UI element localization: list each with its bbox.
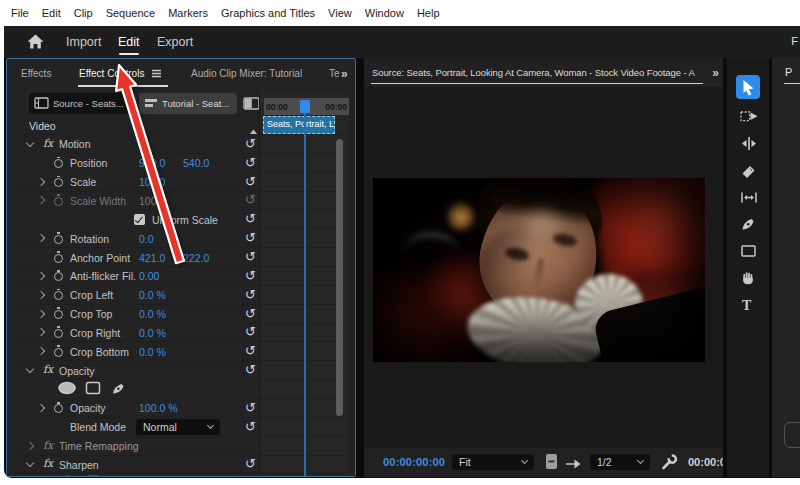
playhead-line[interactable] — [304, 113, 306, 477]
disclosure-chevron[interactable] — [37, 272, 45, 280]
panel-tab-effects[interactable]: Effects — [21, 68, 51, 79]
reset-icon[interactable]: ↺ — [245, 192, 256, 207]
disclosure-chevron[interactable] — [37, 347, 45, 355]
header-tab-edit[interactable]: Edit — [118, 26, 140, 58]
tool-type[interactable]: T — [740, 297, 758, 315]
disclosure-chevron[interactable] — [37, 290, 45, 298]
stopwatch-icon[interactable] — [54, 272, 63, 281]
stopwatch-icon[interactable] — [54, 291, 63, 300]
disclosure-chevron[interactable] — [37, 328, 45, 336]
menu-sequence[interactable]: Sequence — [106, 7, 156, 19]
reset-icon[interactable]: ↺ — [245, 268, 256, 283]
reset-icon[interactable]: ↺ — [245, 155, 256, 170]
zoom-level-select[interactable]: Fit — [452, 454, 534, 470]
property-value[interactable]: 0.0 % — [139, 308, 166, 320]
fx-badge[interactable]: fx — [43, 439, 53, 452]
reset-icon[interactable]: ↺ — [245, 400, 256, 415]
property-value[interactable]: 0.0 % — [139, 289, 166, 301]
menu-help[interactable]: Help — [417, 7, 440, 19]
uniform-scale-checkbox[interactable] — [134, 214, 145, 225]
pen-mask-icon[interactable] — [111, 381, 126, 399]
tool-pen[interactable] — [740, 216, 758, 234]
property-value[interactable]: 0.0 — [139, 233, 154, 245]
reset-icon[interactable]: ↺ — [245, 211, 256, 226]
effect-name[interactable]: Opacity — [59, 365, 95, 377]
stopwatch-icon[interactable] — [54, 235, 63, 244]
panel-tab-audio-clip-mixer-tutorial[interactable]: Audio Clip Mixer: Tutorial — [191, 68, 302, 79]
header-tab-export[interactable]: Export — [157, 26, 193, 58]
property-value[interactable]: 0.00 — [139, 270, 159, 282]
disclosure-chevron[interactable] — [37, 404, 45, 412]
stopwatch-icon[interactable] — [54, 310, 63, 319]
menu-window[interactable]: Window — [365, 7, 404, 19]
reset-icon[interactable]: ↺ — [245, 306, 256, 321]
stopwatch-icon[interactable] — [54, 178, 63, 187]
property-value[interactable]: 100.0 — [139, 195, 165, 207]
reset-icon[interactable]: ↺ — [245, 287, 256, 302]
disclosure-chevron[interactable] — [26, 365, 34, 373]
disclosure-chevron[interactable] — [26, 139, 34, 147]
ellipse-mask-icon[interactable] — [57, 475, 77, 477]
button-editor-icon[interactable] — [545, 453, 558, 474]
tool-track-select-forward[interactable] — [740, 108, 758, 126]
tool-ripple-edit[interactable] — [740, 135, 758, 153]
menu-file[interactable]: File — [11, 7, 29, 19]
split-view-icon[interactable] — [243, 96, 260, 114]
stopwatch-icon[interactable] — [54, 404, 63, 413]
menu-markers[interactable]: Markers — [168, 7, 208, 19]
panel-menu-icon[interactable] — [151, 69, 162, 80]
effect-name[interactable]: Sharpen — [59, 459, 99, 471]
rect-mask-icon[interactable] — [85, 381, 101, 399]
playback-resolution-select[interactable]: 1/2 — [590, 454, 650, 470]
stopwatch-icon[interactable] — [54, 329, 63, 338]
property-value[interactable]: 540.0 — [183, 157, 209, 169]
tool-slip[interactable] — [740, 189, 758, 207]
sequence-clip-tab[interactable]: Tutorial - Seat... — [139, 93, 237, 114]
panel-scrollbar[interactable] — [336, 139, 343, 416]
disclosure-chevron[interactable] — [37, 177, 45, 185]
mini-timeline-ruler[interactable]: 00:00 00:00 — [264, 98, 349, 115]
effect-name[interactable]: Time Remapping — [59, 440, 139, 452]
panel-tab-te[interactable]: Te — [329, 68, 340, 79]
panel-overflow-chevrons[interactable]: » — [712, 66, 719, 80]
settings-wrench-icon[interactable] — [660, 453, 678, 475]
home-icon[interactable] — [26, 33, 45, 54]
reset-icon[interactable]: ↺ — [245, 362, 256, 377]
fx-badge[interactable]: fx — [43, 137, 53, 150]
property-value[interactable]: 960.0 — [139, 157, 165, 169]
disclosure-chevron[interactable] — [37, 309, 45, 317]
property-value[interactable]: 0.0 % — [139, 346, 166, 358]
tool-selection[interactable] — [736, 75, 760, 99]
reset-icon[interactable]: ↺ — [245, 456, 256, 471]
header-tab-import[interactable]: Import — [66, 26, 101, 58]
rect-mask-icon[interactable] — [85, 475, 101, 477]
panel-tab-effect-controls[interactable]: Effect Controls — [79, 68, 162, 80]
property-value[interactable]: 100.0 % — [139, 402, 178, 414]
reset-icon[interactable]: ↺ — [245, 174, 256, 189]
ellipse-mask-icon[interactable] — [57, 381, 77, 399]
program-monitor-tab[interactable]: P — [785, 66, 792, 78]
tool-hand[interactable] — [740, 270, 758, 288]
timeline-clip-bar[interactable]: Seats, Portrait, L — [263, 116, 335, 134]
tool-razor[interactable] — [740, 162, 758, 180]
panel-overflow-chevrons[interactable]: » — [341, 67, 348, 81]
reset-icon[interactable]: ↺ — [245, 136, 256, 151]
reset-icon[interactable]: ↺ — [245, 419, 256, 434]
menu-view[interactable]: View — [328, 7, 352, 19]
menu-edit[interactable]: Edit — [42, 7, 61, 19]
property-value[interactable]: 0.0 % — [139, 327, 166, 339]
pen-mask-icon[interactable] — [111, 475, 126, 477]
property-value[interactable]: 100.0 — [139, 176, 165, 188]
stopwatch-icon[interactable] — [54, 197, 63, 206]
property-value[interactable]: 421.0 — [139, 252, 165, 264]
blend-mode-select[interactable]: Normal — [136, 419, 220, 435]
menu-graphics-and-titles[interactable]: Graphics and Titles — [221, 7, 315, 19]
effect-name[interactable]: Motion — [59, 138, 91, 150]
tool-rectangle[interactable] — [740, 243, 758, 261]
stopwatch-icon[interactable] — [54, 254, 63, 263]
property-value[interactable]: 222.0 — [183, 252, 209, 264]
fx-badge[interactable]: fx — [43, 363, 53, 376]
menu-clip[interactable]: Clip — [74, 7, 93, 19]
reset-icon[interactable]: ↺ — [245, 343, 256, 358]
stopwatch-icon[interactable] — [54, 159, 63, 168]
